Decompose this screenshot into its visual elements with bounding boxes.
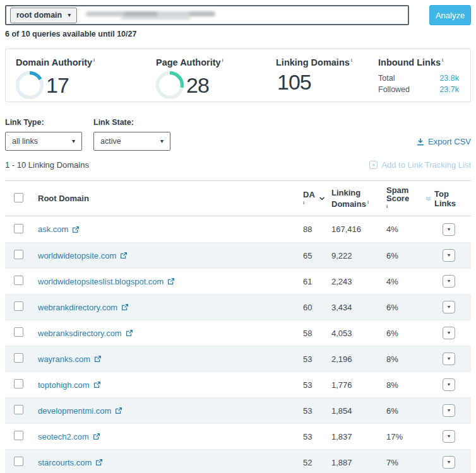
external-link-icon[interactable] — [93, 433, 100, 440]
row-checkbox[interactable] — [14, 276, 23, 285]
chevron-down-icon: ▾ — [448, 356, 450, 361]
info-icon[interactable]: i — [351, 57, 352, 63]
external-link-icon[interactable] — [93, 381, 101, 388]
page-authority-metric: Page Authorityi 28 — [156, 57, 276, 91]
domain-link[interactable]: wayranks.com — [38, 354, 90, 364]
analyze-button[interactable]: Analyze — [429, 5, 471, 25]
linking-domains-value: 3,434 — [324, 303, 380, 312]
link-state-value: active — [100, 137, 121, 146]
top-links-dropdown-button[interactable]: ▾ — [443, 378, 455, 391]
domain-link[interactable]: seotech2.com — [38, 432, 89, 441]
spam-score-value: 6% — [380, 406, 432, 416]
link-type-dropdown[interactable]: all links ▾ — [5, 132, 82, 151]
external-link-icon[interactable] — [126, 329, 133, 337]
domain-link[interactable]: worldwidetopsite.com — [38, 251, 116, 260]
chevron-down-icon: ▾ — [72, 138, 75, 144]
page-authority-label: Page Authority — [156, 57, 221, 67]
external-link-icon[interactable] — [115, 407, 122, 414]
linking-domains-value: 1,837 — [324, 432, 380, 441]
chevron-down-icon: ▾ — [68, 12, 71, 18]
row-checkbox[interactable] — [14, 327, 23, 337]
linking-domains-metric: Linking Domainsi 105 — [276, 57, 378, 91]
external-link-icon[interactable] — [121, 303, 129, 311]
linking-domains-value: 2,243 — [324, 277, 380, 286]
domain-link[interactable]: webranksdirectory.com — [38, 329, 122, 338]
top-links-dropdown-button[interactable]: ▾ — [443, 249, 455, 262]
row-checkbox[interactable] — [14, 431, 23, 440]
row-checkbox[interactable] — [14, 457, 23, 466]
da-value: 53 — [295, 432, 324, 441]
top-links-dropdown-button[interactable]: ▾ — [443, 353, 455, 365]
domain-link[interactable]: webrankdirectory.com — [38, 303, 117, 312]
inbound-followed-label: Followed — [378, 84, 410, 95]
inbound-followed-value[interactable]: 23.7k — [439, 84, 459, 95]
info-icon[interactable]: i — [367, 199, 369, 205]
export-csv-label: Export CSV — [428, 137, 471, 146]
top-links-dropdown-button[interactable]: ▾ — [443, 404, 455, 417]
top-links-dropdown-button[interactable]: ▾ — [443, 275, 455, 288]
scope-selector-label: root domain — [16, 11, 62, 20]
add-plus-icon: + — [369, 161, 378, 169]
spam-score-value: 4% — [380, 277, 432, 286]
external-link-icon[interactable] — [95, 458, 103, 466]
sort-inactive-double-chevron-icon — [425, 196, 432, 202]
top-links-dropdown-button[interactable]: ▾ — [443, 456, 455, 469]
link-state-dropdown[interactable]: active ▾ — [93, 132, 170, 151]
table-row: wayranks.com 53 2,196 8% ▾ — [5, 346, 471, 371]
linking-domains-table: Root Domain DA i Linking Domainsi — [5, 180, 471, 473]
row-checkbox[interactable] — [14, 224, 23, 233]
top-links-dropdown-button[interactable]: ▾ — [443, 327, 455, 339]
linking-domains-value: 105 — [277, 70, 311, 95]
top-links-dropdown-button[interactable]: ▾ — [443, 430, 455, 443]
domain-link[interactable]: worldwidetopsiteslist.blogspot.com — [38, 277, 164, 286]
da-sort-header[interactable]: DA i — [303, 190, 324, 207]
da-value: 88 — [295, 225, 324, 234]
download-icon — [417, 138, 424, 146]
da-value: 58 — [295, 329, 324, 338]
linking-domains-header[interactable]: Linking Domainsi — [324, 188, 380, 209]
spam-score-value: 8% — [380, 354, 432, 364]
external-link-icon[interactable] — [167, 277, 175, 285]
chevron-down-icon: ▾ — [448, 227, 450, 232]
top-links-dropdown-button[interactable]: ▾ — [443, 301, 455, 313]
add-to-link-tracking-label: Add to Link Tracking List — [381, 160, 471, 170]
root-domain-header[interactable]: Root Domain — [33, 194, 295, 203]
add-to-link-tracking-button[interactable]: + Add to Link Tracking List — [369, 160, 471, 170]
domain-authority-metric: Domain Authorityi 17 — [16, 57, 156, 91]
domain-link[interactable]: toptohigh.com — [38, 380, 90, 390]
info-icon[interactable]: i — [442, 57, 443, 63]
external-link-icon[interactable] — [94, 355, 102, 363]
top-links-dropdown-button[interactable]: ▾ — [443, 223, 455, 236]
domain-link[interactable]: ask.com — [38, 225, 68, 234]
linking-domains-value: 1,887 — [324, 458, 380, 467]
info-icon[interactable]: i — [303, 199, 315, 207]
chevron-down-icon: ▾ — [448, 253, 450, 258]
scope-selector-dropdown[interactable]: root domain ▾ — [10, 8, 77, 23]
query-input[interactable]: root domain ▾ — [5, 5, 409, 25]
da-value: 65 — [295, 251, 324, 260]
select-all-checkbox[interactable] — [14, 193, 23, 202]
spam-score-sort-header[interactable]: Spam Score i — [386, 186, 432, 211]
inbound-total-value[interactable]: 23.8k — [439, 73, 459, 84]
table-row: seotech2.com 53 1,837 17% ▾ — [5, 423, 471, 449]
export-csv-button[interactable]: Export CSV — [417, 137, 471, 146]
row-checkbox[interactable] — [14, 379, 23, 388]
info-icon[interactable]: i — [222, 57, 223, 63]
domain-authority-label: Domain Authority — [16, 57, 92, 67]
external-link-icon[interactable] — [120, 252, 128, 259]
da-value: 61 — [295, 277, 324, 286]
row-checkbox[interactable] — [14, 301, 23, 311]
domain-link[interactable]: developmentmi.com — [38, 406, 111, 416]
row-checkbox[interactable] — [14, 353, 23, 363]
da-value: 53 — [295, 406, 324, 416]
row-checkbox[interactable] — [14, 405, 23, 414]
chevron-down-icon: ▾ — [448, 434, 450, 439]
link-type-value: all links — [12, 137, 38, 146]
domain-link[interactable]: starcourts.com — [38, 458, 92, 467]
table-header-row: Root Domain DA i Linking Domainsi — [5, 180, 471, 216]
info-icon[interactable]: i — [386, 202, 421, 211]
external-link-icon[interactable] — [72, 226, 80, 233]
info-icon[interactable]: i — [93, 57, 95, 63]
chevron-down-icon: ▾ — [448, 382, 450, 387]
row-checkbox[interactable] — [14, 250, 23, 259]
